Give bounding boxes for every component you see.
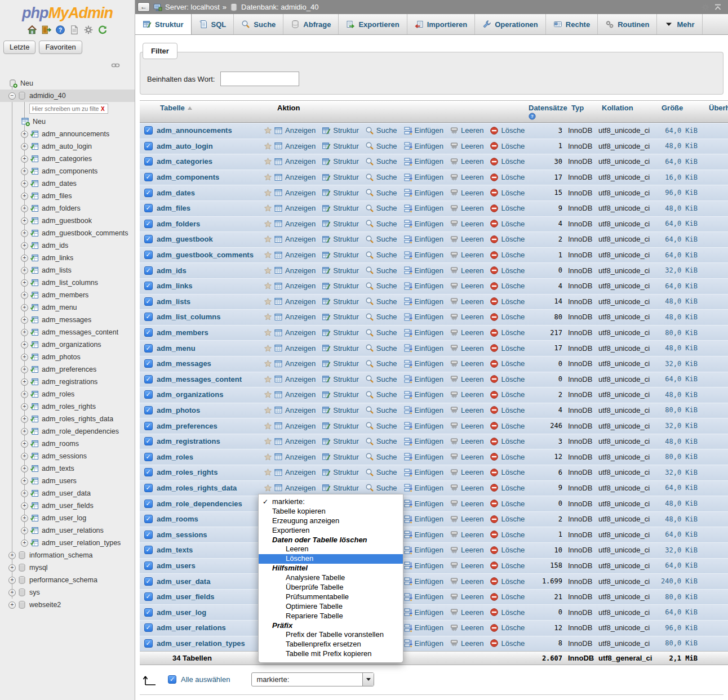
insert-action[interactable]: Einfügen: [403, 282, 443, 291]
search-action[interactable]: Suche: [365, 204, 397, 213]
menu-item-überprüfe-tabelle[interactable]: Überprüfe Tabelle: [259, 583, 403, 592]
check-all-checkbox[interactable]: [168, 675, 176, 684]
row-checkbox[interactable]: [144, 189, 153, 197]
table-name-link[interactable]: adm_files: [157, 204, 190, 212]
tab-operationen[interactable]: Operationen: [475, 14, 546, 34]
star-icon[interactable]: [264, 453, 272, 461]
table-name-link[interactable]: adm_lists: [157, 297, 190, 306]
menu-item-löschen[interactable]: Löschen: [259, 554, 403, 564]
table-name-link[interactable]: adm_user_fields: [157, 592, 215, 601]
star-icon[interactable]: [264, 328, 272, 337]
insert-action[interactable]: Einfügen: [403, 483, 443, 492]
insert-action[interactable]: Einfügen: [403, 126, 443, 135]
star-icon[interactable]: [264, 173, 272, 181]
insert-action[interactable]: Einfügen: [403, 204, 443, 213]
table-name-link[interactable]: adm_user_relations: [157, 623, 226, 632]
browse-action[interactable]: Anzeigen: [274, 344, 316, 353]
insert-action[interactable]: Einfügen: [403, 437, 443, 446]
empty-action[interactable]: Leeren: [450, 561, 483, 570]
row-checkbox[interactable]: [144, 500, 153, 508]
tree-item-table-adm_members[interactable]: +adm_members: [0, 289, 135, 301]
search-action[interactable]: Suche: [365, 141, 397, 150]
expander-plus-icon[interactable]: +: [21, 354, 28, 361]
docs-icon[interactable]: [69, 25, 79, 35]
insert-action[interactable]: Einfügen: [403, 405, 443, 414]
row-checkbox[interactable]: [144, 422, 153, 430]
tree-item-new-table[interactable]: Neu: [0, 115, 135, 128]
row-checkbox[interactable]: [144, 484, 153, 492]
tree-item-table-adm_ids[interactable]: +adm_ids: [0, 239, 135, 252]
star-icon[interactable]: [264, 189, 272, 197]
empty-action[interactable]: Leeren: [450, 297, 483, 306]
table-name-link[interactable]: adm_user_log: [157, 608, 206, 617]
search-action[interactable]: Suche: [365, 452, 397, 461]
search-action[interactable]: Suche: [365, 359, 397, 368]
empty-action[interactable]: Leeren: [450, 204, 483, 213]
search-action[interactable]: Suche: [365, 157, 397, 166]
insert-action[interactable]: Einfügen: [403, 421, 443, 430]
expander-plus-icon[interactable]: +: [21, 329, 28, 336]
drop-action[interactable]: Löschen: [490, 313, 525, 322]
collapse-top-icon[interactable]: [713, 3, 722, 12]
row-checkbox[interactable]: [144, 142, 153, 150]
structure-action[interactable]: Struktur: [322, 405, 359, 414]
insert-action[interactable]: Einfügen: [403, 374, 443, 384]
browse-action[interactable]: Anzeigen: [274, 421, 316, 430]
expander-plus-icon[interactable]: +: [21, 527, 28, 534]
menu-item-tabelle-mit-prefix-kopieren[interactable]: Tabelle mit Prefix kopieren: [259, 649, 403, 659]
tree-item-table-adm_links[interactable]: +adm_links: [0, 252, 135, 264]
table-name-link[interactable]: adm_texts: [157, 546, 193, 554]
insert-action[interactable]: Einfügen: [403, 359, 443, 368]
row-checkbox[interactable]: [144, 204, 153, 212]
empty-action[interactable]: Leeren: [450, 421, 483, 430]
menu-item-prefix-der-tabelle-voranstellen[interactable]: Prefix der Tabelle voranstellen: [259, 630, 403, 640]
search-action[interactable]: Suche: [365, 297, 397, 306]
browse-action[interactable]: Anzeigen: [274, 235, 316, 244]
row-checkbox[interactable]: [144, 623, 153, 632]
structure-action[interactable]: Struktur: [322, 297, 359, 306]
browse-action[interactable]: Anzeigen: [274, 141, 316, 150]
insert-action[interactable]: Einfügen: [403, 515, 443, 524]
structure-action[interactable]: Struktur: [322, 374, 359, 384]
tab-abfrage[interactable]: Abfrage: [283, 14, 339, 34]
insert-action[interactable]: Einfügen: [403, 608, 443, 617]
expander-plus-icon[interactable]: +: [21, 316, 28, 324]
star-icon[interactable]: [264, 344, 272, 353]
tree-item-table-adm_texts[interactable]: +adm_texts: [0, 462, 135, 475]
expander-plus-icon[interactable]: +: [21, 180, 28, 188]
header-typ[interactable]: Typ: [568, 101, 598, 122]
drop-action[interactable]: Löschen: [490, 405, 525, 414]
table-name-link[interactable]: adm_announcements: [157, 126, 232, 135]
structure-action[interactable]: Struktur: [322, 282, 359, 291]
structure-action[interactable]: Struktur: [322, 344, 359, 353]
insert-action[interactable]: Einfügen: [403, 623, 443, 632]
browse-action[interactable]: Anzeigen: [274, 437, 316, 446]
star-icon[interactable]: [264, 406, 272, 414]
structure-action[interactable]: Struktur: [322, 235, 359, 244]
header-tabelle[interactable]: Tabelle: [157, 101, 261, 122]
structure-action[interactable]: Struktur: [322, 421, 359, 430]
structure-action[interactable]: Struktur: [322, 204, 359, 213]
browse-action[interactable]: Anzeigen: [274, 374, 316, 384]
tree-item-table-adm_role_dependencies[interactable]: +adm_role_dependencies: [0, 425, 135, 438]
drop-action[interactable]: Löschen: [490, 282, 525, 291]
browse-action[interactable]: Anzeigen: [274, 188, 316, 197]
star-icon[interactable]: [264, 282, 272, 290]
tree-item-table-adm_registrations[interactable]: +adm_registrations: [0, 376, 135, 388]
tree-item-table-adm_user_data[interactable]: +adm_user_data: [0, 487, 135, 500]
sidebar-button-favoriten[interactable]: Favoriten: [39, 41, 82, 54]
tree-item-table-adm_users[interactable]: +adm_users: [0, 475, 135, 487]
browse-action[interactable]: Anzeigen: [274, 405, 316, 414]
row-checkbox[interactable]: [144, 328, 153, 337]
empty-action[interactable]: Leeren: [450, 483, 483, 492]
search-action[interactable]: Suche: [365, 437, 397, 446]
insert-action[interactable]: Einfügen: [403, 546, 443, 555]
drop-action[interactable]: Löschen: [490, 639, 525, 648]
row-checkbox[interactable]: [144, 546, 153, 554]
row-checkbox[interactable]: [144, 344, 153, 353]
settings-icon[interactable]: [83, 25, 94, 35]
expander-plus-icon[interactable]: +: [21, 502, 28, 510]
row-checkbox[interactable]: [144, 157, 153, 166]
table-name-link[interactable]: adm_role_dependencies: [157, 500, 242, 508]
drop-action[interactable]: Löschen: [490, 452, 525, 461]
